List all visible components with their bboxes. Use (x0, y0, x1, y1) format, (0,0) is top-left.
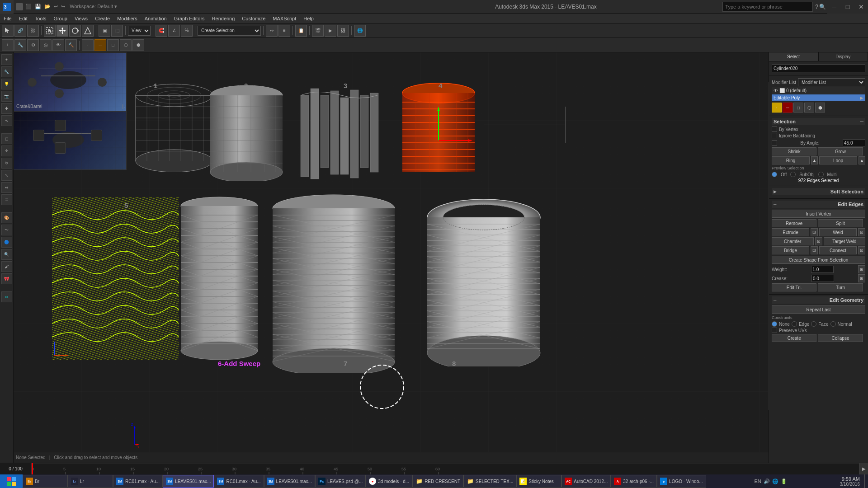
turn-btn[interactable]: Turn (818, 283, 863, 291)
selection-header[interactable]: Selection ─ (772, 118, 865, 125)
align-btn[interactable]: ≡ (278, 25, 290, 37)
lp-hi-btn[interactable]: HI (1, 291, 12, 302)
edit-geometry-header[interactable]: ─ Edit Geometry (772, 296, 865, 304)
bridge-btn[interactable]: Bridge (772, 246, 809, 254)
task-3ds-4[interactable]: 3M LEAVES01.max... (264, 475, 315, 488)
lp-ribbon-btn[interactable]: 🎀 (1, 273, 12, 284)
select-icon[interactable] (2, 25, 14, 37)
quick-render-btn[interactable]: ▶ (325, 25, 336, 37)
motion-panel-btn[interactable]: ◎ (40, 39, 52, 51)
task-folder2[interactable]: 📁 SELECTED TEX... (463, 475, 516, 488)
task-lr[interactable]: Lr Lr (68, 475, 113, 488)
repeat-last-btn[interactable]: Repeat Last (772, 305, 865, 314)
lp-material-btn[interactable]: 🎨 (1, 212, 12, 223)
create-panel-btn[interactable]: + (2, 39, 14, 51)
edit-tri-btn[interactable]: Edit Tri. (772, 283, 816, 291)
radio-subobj[interactable] (790, 172, 796, 177)
extrude-settings-btn[interactable]: ⊡ (811, 228, 818, 236)
help-icon[interactable]: ? (815, 4, 818, 10)
preserve-uvs-checkbox[interactable] (772, 328, 777, 333)
radio-none[interactable] (772, 321, 777, 327)
task-3ds-2[interactable]: 3M LEAVES01.max... (163, 475, 214, 488)
display-panel-btn[interactable]: 👁 (52, 39, 64, 51)
scale-btn[interactable] (82, 25, 94, 37)
create-btn[interactable]: Create (772, 334, 816, 342)
border-icon-btn[interactable]: □ (793, 103, 803, 113)
link-icon[interactable]: 🔗 (14, 25, 26, 37)
task-folder1[interactable]: 📁 RED CRESCENT (412, 475, 463, 488)
radio-multi[interactable] (818, 172, 824, 177)
lp-curve-btn[interactable]: 〜 (1, 225, 12, 235)
by-vertex-checkbox[interactable] (772, 127, 777, 132)
edit-edges-header[interactable]: ─ Edit Edges (772, 201, 865, 208)
bridge-settings-btn[interactable]: ⊡ (811, 246, 818, 254)
chamfer-settings-btn[interactable]: ⊡ (815, 237, 822, 245)
collapse-btn[interactable]: Collapse (818, 334, 863, 342)
modifier-editable-poly[interactable]: Editable Poly ▶ (772, 94, 865, 101)
lp-light-btn[interactable]: 💡 (1, 79, 12, 89)
render-frame-btn[interactable]: 🖼 (337, 25, 349, 37)
lp-mirror-btn[interactable]: ⇔ (1, 182, 12, 193)
view-dropdown[interactable]: View (128, 26, 151, 36)
menu-rendering[interactable]: Rendering (208, 14, 239, 23)
create-shape-btn[interactable]: Create Shape From Selection (772, 256, 865, 264)
weld-settings-btn[interactable]: ⊡ (858, 228, 865, 236)
modify-panel-btn[interactable]: 🔧 (14, 39, 26, 51)
task-br[interactable]: Br Br (23, 475, 68, 488)
mirror-btn[interactable]: ⇔ (266, 25, 278, 37)
extrude-btn[interactable]: Extrude (772, 228, 809, 236)
radio-off[interactable] (772, 172, 777, 177)
loop-spinner-up[interactable]: ▲ (859, 156, 865, 164)
selection-dropdown[interactable]: Create Selection (198, 26, 261, 36)
lp-modify-btn[interactable]: 🔧 (1, 66, 12, 77)
task-3ds-1[interactable]: 3M RC01.max - Au... (113, 475, 163, 488)
task-3ds-3[interactable]: 3M RC01.max - Au... (214, 475, 264, 488)
radio-normal[interactable] (830, 321, 836, 327)
lp-create-btn[interactable]: + (1, 54, 12, 65)
lp-snap-btn[interactable]: 🔵 (1, 237, 12, 248)
tab-select[interactable]: Select (769, 52, 819, 61)
timeline-track[interactable]: 0 5 10 15 20 25 30 35 40 45 50 55 60 (32, 463, 859, 475)
by-angle-input[interactable] (843, 139, 865, 146)
snap-toggle-btn[interactable]: 🧲 (156, 25, 167, 37)
radio-edge[interactable] (792, 321, 797, 327)
target-weld-btn[interactable]: Target Weld (824, 237, 866, 245)
task-ps[interactable]: Ps LEAVES.psd @... (315, 475, 366, 488)
menu-group[interactable]: Group (50, 14, 71, 23)
menu-maxscript[interactable]: MAXScript (269, 14, 300, 23)
lp-select-btn[interactable]: ◻ (1, 133, 12, 144)
edge-icon-btn[interactable]: ─ (783, 103, 793, 113)
chamfer-btn[interactable]: Chamfer (772, 237, 814, 245)
render-setup-btn[interactable]: 🎬 (312, 25, 324, 37)
rotate-btn[interactable] (69, 25, 81, 37)
right-panel-scroll[interactable]: Modifier List Modifier List 👁 ⬜ 0 (defau… (769, 61, 868, 463)
crease-spinner[interactable]: ⊞ (858, 274, 865, 282)
connect-settings-btn[interactable]: ⊡ (858, 246, 865, 254)
split-btn[interactable]: Split (818, 219, 863, 227)
lp-camera-btn[interactable]: 📷 (1, 91, 12, 102)
angle-snap-btn[interactable]: ∠ (168, 25, 180, 37)
move-btn[interactable] (57, 25, 68, 37)
start-button[interactable] (0, 474, 23, 488)
search-icon[interactable]: 🔍 (819, 4, 826, 10)
timeline-scroll-right[interactable]: ▶ (859, 463, 868, 475)
lp-helper-btn[interactable]: ✚ (1, 103, 12, 114)
percent-snap-btn[interactable]: % (181, 25, 193, 37)
insert-vertex-btn[interactable]: Insert Vertex (772, 210, 865, 218)
element-icon-btn[interactable]: ⬢ (815, 103, 825, 113)
environment-btn[interactable]: 🌐 (354, 25, 366, 37)
task-chrome[interactable]: ● 3d models - d... (366, 475, 412, 488)
vertex-icon-btn[interactable]: · (772, 103, 782, 113)
close-button[interactable]: ✕ (854, 0, 868, 14)
soft-selection-header[interactable]: ▶ Soft Selection (772, 188, 865, 195)
menu-create[interactable]: Create (91, 14, 113, 23)
show-desktop-btn[interactable] (864, 474, 868, 488)
search-input[interactable] (722, 2, 813, 12)
menu-graph-editors[interactable]: Graph Editors (170, 14, 208, 23)
menu-help[interactable]: Help (300, 14, 317, 23)
ignore-backfacing-checkbox[interactable] (772, 133, 777, 138)
loop-btn[interactable]: Loop (819, 156, 857, 164)
hierarchy-panel-btn[interactable]: ⚙ (27, 39, 39, 51)
weight-input[interactable] (811, 266, 834, 273)
shrink-btn[interactable]: Shrink (772, 147, 816, 155)
